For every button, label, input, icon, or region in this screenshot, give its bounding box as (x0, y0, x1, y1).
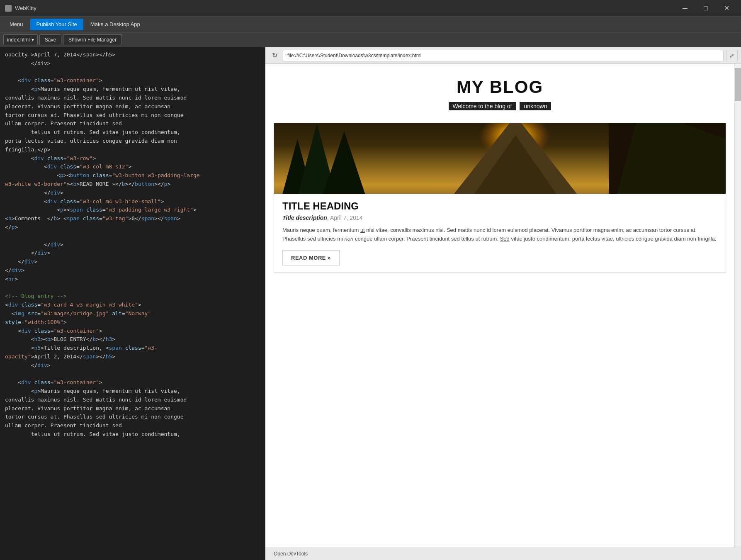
meta-date: April 7, 2014 (330, 214, 363, 221)
blog-card-text: Mauris neque quam, fermentum ut nisl vit… (282, 226, 717, 243)
toolbar: index.html ▾ Save Show in File Manager (0, 32, 741, 47)
meta-title: Title description (282, 214, 327, 221)
expand-browser-button[interactable]: ⤢ (726, 50, 738, 61)
welcome-text: Welcome to the blog of (449, 102, 516, 110)
chevron-down-icon: ▾ (32, 37, 34, 43)
blog-subtitle: Welcome to the blog of unknown (274, 102, 726, 110)
close-button[interactable]: ✕ (717, 2, 736, 15)
browser-scrollbar-thumb (735, 68, 741, 101)
blog-preview: MY BLOG Welcome to the blog of unknown (265, 64, 734, 273)
window-controls: ─ □ ✕ (675, 2, 736, 15)
author-badge: unknown (520, 102, 551, 110)
blog-card-meta: Title description, April 7, 2014 (282, 214, 717, 221)
menu-bar: Menu Publish Your Site Make a Desktop Ap… (0, 17, 741, 32)
menu-button[interactable]: Menu (3, 19, 29, 30)
blog-card-image (274, 123, 726, 194)
blog-card-body: TITLE HEADING Title description, April 7… (274, 194, 726, 272)
app-title: WebKitty (15, 5, 675, 11)
url-bar[interactable] (283, 50, 724, 61)
browser-toolbar: ↻ ⤢ (265, 47, 741, 64)
browser-content: MY BLOG Welcome to the blog of unknown (265, 64, 741, 547)
browser-preview: ↻ ⤢ MY BLOG Welcome to the blog of unkno… (265, 47, 741, 560)
mountain-scene-svg (274, 123, 726, 194)
maximize-button[interactable]: □ (696, 2, 715, 15)
show-file-manager-button[interactable]: Show in File Manager (63, 34, 122, 45)
devtools-bar: Open DevTools (265, 547, 741, 560)
desktop-app-button[interactable]: Make a Desktop App (84, 19, 146, 30)
title-bar: WebKitty ─ □ ✕ (0, 0, 741, 17)
blog-card-heading: TITLE HEADING (282, 200, 717, 212)
open-devtools-button[interactable]: Open DevTools (270, 550, 311, 558)
reload-button[interactable]: ↻ (269, 50, 280, 61)
code-editor[interactable]: opacity >April 7, 2014</span></h5> </div… (0, 47, 265, 560)
main-area: opacity >April 7, 2014</span></h5> </div… (0, 47, 741, 560)
save-button[interactable]: Save (39, 34, 61, 45)
code-content: opacity >April 7, 2014</span></h5> </div… (5, 51, 260, 439)
app-icon (5, 5, 12, 12)
file-select[interactable]: index.html ▾ (3, 34, 38, 45)
publish-button[interactable]: Publish Your Site (30, 19, 83, 30)
blog-card: TITLE HEADING Title description, April 7… (274, 123, 726, 273)
blog-header: MY BLOG Welcome to the blog of unknown (265, 64, 734, 119)
minimize-button[interactable]: ─ (675, 2, 695, 15)
blog-title: MY BLOG (274, 77, 726, 97)
read-more-button[interactable]: READ MORE » (282, 250, 340, 265)
browser-scrollbar[interactable] (734, 64, 741, 547)
file-select-label: index.html (7, 37, 30, 43)
